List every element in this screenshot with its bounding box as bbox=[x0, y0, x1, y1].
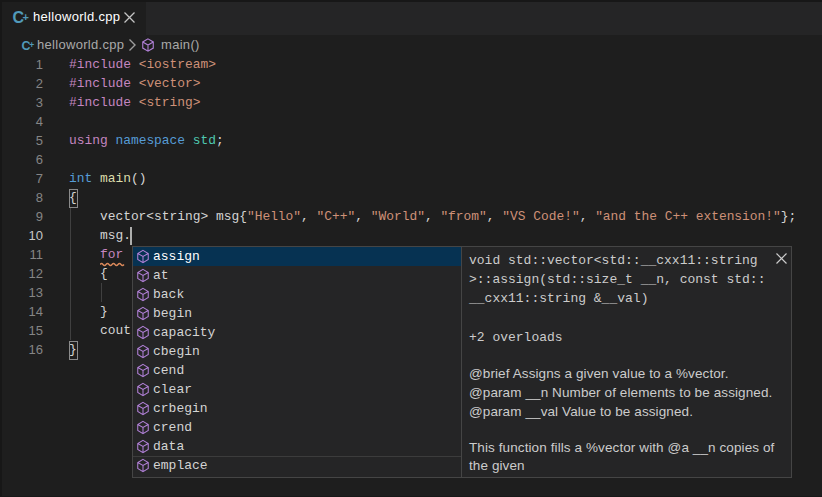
svg-text:+: + bbox=[23, 11, 29, 23]
svg-text:+: + bbox=[29, 40, 34, 50]
